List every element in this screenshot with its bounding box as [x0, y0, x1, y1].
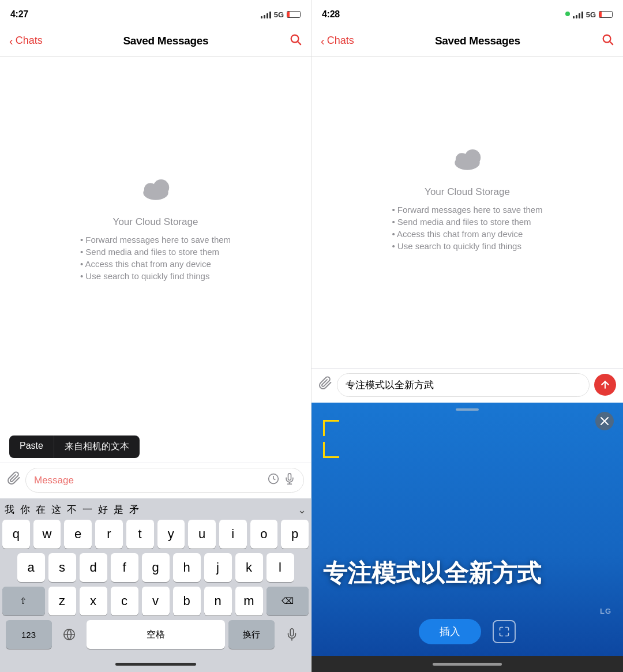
key-r[interactable]: r	[95, 520, 123, 549]
key-h[interactable]: h	[173, 553, 201, 582]
right-attach-icon[interactable]	[318, 376, 332, 394]
right-time: 4:28	[322, 9, 340, 20]
left-bullet-4: Use search to quickly find things	[80, 271, 231, 281]
video-drag-handle[interactable]	[456, 408, 479, 411]
qt-key-7[interactable]: 是	[114, 503, 123, 516]
video-bracket-bl	[323, 442, 339, 458]
key-q[interactable]: q	[2, 520, 30, 549]
paste-popup-area: Paste 来自相机的文本	[0, 428, 311, 463]
left-mic-icon[interactable]	[284, 473, 295, 487]
left-clock-icon	[268, 473, 279, 487]
shift-key[interactable]: ⇧	[2, 587, 45, 615]
right-signal-bars	[573, 10, 583, 18]
left-time: 4:27	[10, 9, 28, 20]
left-input-placeholder: Message	[34, 475, 268, 486]
right-5g-label: 5G	[586, 10, 596, 19]
right-nav-title: Saved Messages	[435, 35, 520, 47]
left-panel: 4:27 5G ‹ Chats Saved Messages	[0, 0, 312, 672]
keyboard-row-1: q w e r t y u i o p	[2, 520, 309, 549]
left-battery	[287, 11, 301, 18]
left-back-button[interactable]: ‹ Chats	[9, 35, 43, 47]
right-status-icons: 5G	[565, 10, 613, 19]
key-v[interactable]: v	[142, 587, 170, 615]
right-bullet-1: Forward messages here to save them	[392, 205, 542, 215]
key-c[interactable]: c	[111, 587, 138, 615]
right-message-input-row: 专注模式以全新方武	[312, 368, 623, 403]
left-attach-icon[interactable]	[7, 471, 21, 489]
right-cloud-title: Your Cloud Storage	[425, 186, 510, 198]
left-message-input[interactable]: Message	[25, 468, 304, 493]
right-home-indicator	[312, 656, 623, 672]
svg-point-16	[456, 156, 479, 168]
key-p[interactable]: p	[281, 520, 309, 549]
right-battery	[599, 11, 613, 18]
left-search-icon[interactable]	[289, 33, 302, 49]
key-i[interactable]: i	[219, 520, 247, 549]
qt-key-6[interactable]: 好	[98, 503, 108, 516]
key-n[interactable]: n	[204, 587, 232, 615]
qt-key-3[interactable]: 这	[51, 503, 61, 516]
qt-key-2[interactable]: 在	[36, 503, 46, 516]
globe-key[interactable]	[55, 620, 83, 649]
lg-logo: LG	[600, 607, 611, 615]
quicktype-chevron-icon[interactable]: ⌄	[298, 504, 306, 516]
key-u[interactable]: u	[188, 520, 216, 549]
key-y[interactable]: y	[157, 520, 185, 549]
svg-line-1	[298, 42, 301, 44]
paste-popup: Paste 来自相机的文本	[9, 436, 140, 458]
right-search-icon[interactable]	[601, 33, 614, 49]
key-b[interactable]: b	[173, 587, 201, 615]
right-video-preview: 专注模式以全新方式 LG 插入	[312, 403, 623, 656]
key-a[interactable]: a	[17, 553, 45, 582]
return-key[interactable]: 换行	[228, 620, 275, 649]
numbers-key[interactable]: 123	[6, 620, 52, 649]
right-chevron-icon: ‹	[321, 35, 325, 47]
key-m[interactable]: m	[235, 587, 263, 615]
right-cloud-icon	[446, 137, 488, 178]
key-g[interactable]: g	[142, 553, 170, 582]
key-t[interactable]: t	[126, 520, 154, 549]
left-cloud-content: Your Cloud Storage Forward messages here…	[0, 57, 311, 428]
video-background: 专注模式以全新方式 LG 插入	[312, 403, 623, 656]
qt-key-4[interactable]: 不	[67, 503, 77, 516]
key-d[interactable]: d	[80, 553, 107, 582]
quicktype-row: 我 你 在 这 不 一 好 是 矛 ⌄	[2, 503, 309, 520]
key-s[interactable]: s	[48, 553, 76, 582]
key-j[interactable]: j	[204, 553, 232, 582]
keyboard-row-3: ⇧ z x c v b n m ⌫	[2, 587, 309, 615]
right-green-dot	[565, 12, 570, 16]
key-l[interactable]: l	[267, 553, 294, 582]
scan-icon-button[interactable]	[493, 620, 516, 643]
video-close-button[interactable]	[595, 412, 614, 430]
qt-key-1[interactable]: 你	[20, 503, 30, 516]
left-back-label: Chats	[16, 35, 43, 47]
key-e[interactable]: e	[64, 520, 92, 549]
key-w[interactable]: w	[33, 520, 61, 549]
paste-button[interactable]: Paste	[9, 436, 54, 458]
right-bullet-3: Access this chat from any device	[392, 229, 542, 239]
key-o[interactable]: o	[250, 520, 278, 549]
key-z[interactable]: z	[48, 587, 76, 615]
left-bullet-3: Access this chat from any device	[80, 259, 231, 269]
video-chinese-text: 专注模式以全新方式	[312, 560, 623, 587]
delete-key[interactable]: ⌫	[267, 587, 309, 615]
left-nav-bar: ‹ Chats Saved Messages	[0, 27, 311, 57]
insert-button[interactable]: 插入	[419, 619, 481, 644]
left-status-icons: 5G	[261, 10, 301, 19]
left-bullet-2: Send media and files to store them	[80, 247, 231, 257]
key-x[interactable]: x	[80, 587, 107, 615]
qt-key-5[interactable]: 一	[82, 503, 92, 516]
left-cloud-title: Your Cloud Storage	[113, 216, 198, 228]
space-key[interactable]: 空格	[87, 620, 225, 649]
key-f[interactable]: f	[111, 553, 138, 582]
key-k[interactable]: k	[235, 553, 263, 582]
keyboard-mic-key[interactable]	[278, 620, 306, 649]
qt-key-8[interactable]: 矛	[129, 503, 139, 516]
right-message-input[interactable]: 专注模式以全新方武	[337, 373, 590, 397]
left-cloud-icon	[135, 167, 177, 208]
right-back-button[interactable]: ‹ Chats	[321, 35, 354, 47]
qt-key-0[interactable]: 我	[5, 503, 14, 516]
left-signal-bars	[261, 10, 271, 18]
camera-text-button[interactable]: 来自相机的文本	[54, 436, 140, 458]
right-send-button[interactable]	[594, 374, 616, 396]
